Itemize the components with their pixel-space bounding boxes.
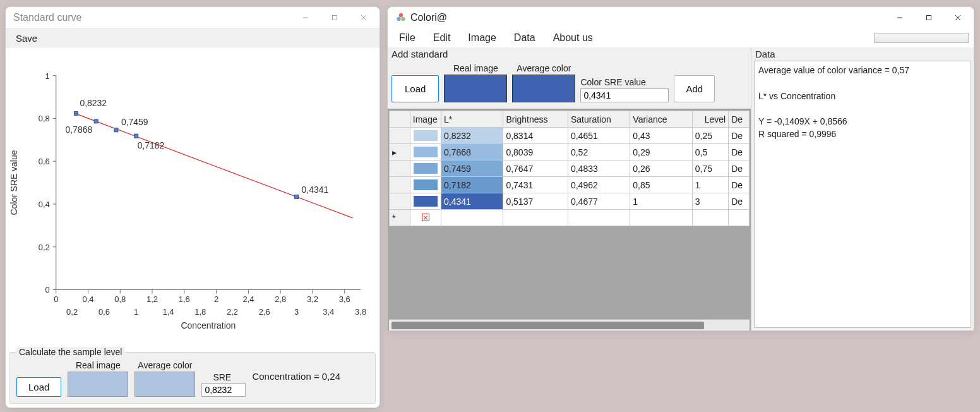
- colori-close-button[interactable]: [943, 8, 972, 27]
- cell[interactable]: 0,4651: [568, 128, 630, 144]
- svg-text:1: 1: [134, 307, 138, 317]
- cell[interactable]: 0,25: [692, 128, 728, 144]
- cell[interactable]: 1: [692, 177, 728, 193]
- minimize-button[interactable]: [291, 8, 320, 27]
- menu-aboutus[interactable]: About us: [544, 31, 602, 45]
- table-row[interactable]: 0,71820,74310,49620,851De: [390, 177, 750, 193]
- cell[interactable]: 0,4341: [441, 193, 503, 210]
- cell[interactable]: [729, 210, 750, 226]
- cell[interactable]: De: [729, 177, 750, 193]
- cell[interactable]: [692, 210, 728, 226]
- info-relation: L* vs Concentration: [758, 90, 967, 102]
- cell[interactable]: 0,5137: [503, 193, 568, 210]
- standards-grid[interactable]: Image L* Brightness Saturation Variance …: [389, 111, 750, 226]
- svg-text:3,2: 3,2: [307, 294, 318, 304]
- col-variance[interactable]: Variance: [630, 111, 692, 128]
- menu-file[interactable]: File: [390, 31, 424, 45]
- col-delete[interactable]: De: [729, 111, 750, 128]
- cell[interactable]: 0,8039: [503, 144, 568, 161]
- close-button[interactable]: [349, 8, 378, 27]
- colori-minimize-button[interactable]: [885, 8, 914, 27]
- svg-text:0,4: 0,4: [39, 200, 50, 209]
- svg-text:2,8: 2,8: [275, 294, 286, 304]
- svg-point-61: [399, 13, 403, 17]
- svg-text:0,4: 0,4: [83, 294, 94, 304]
- sample-avg-color-label: Average color: [134, 360, 195, 370]
- app-icon: [395, 12, 407, 23]
- cell[interactable]: 0,7431: [503, 177, 568, 193]
- colori-maximize-button[interactable]: [914, 8, 943, 27]
- maximize-button[interactable]: [320, 8, 349, 27]
- svg-point-63: [401, 17, 405, 21]
- standard-curve-titlebar[interactable]: Standard curve: [6, 7, 379, 28]
- table-row[interactable]: ▸0,78680,80390,520,290,5De: [390, 144, 750, 161]
- table-row[interactable]: 0,43410,51370,467713De: [390, 193, 750, 210]
- cell[interactable]: [630, 210, 692, 226]
- cell[interactable]: 0,8314: [503, 128, 568, 144]
- addstd-sre-input[interactable]: [580, 88, 669, 102]
- col-level[interactable]: Level: [692, 111, 728, 128]
- cell[interactable]: [568, 210, 630, 226]
- info-rsquared: R squared = 0,9996: [758, 128, 967, 140]
- addstd-load-button[interactable]: Load: [391, 75, 439, 102]
- menu-image[interactable]: Image: [459, 31, 505, 45]
- menu-save[interactable]: Save: [9, 30, 44, 46]
- cell[interactable]: 0,26: [630, 161, 692, 177]
- cell[interactable]: 0,7868: [441, 144, 503, 161]
- new-row[interactable]: *: [390, 210, 750, 226]
- cell[interactable]: 0,8232: [441, 128, 503, 144]
- menu-data[interactable]: Data: [505, 31, 544, 45]
- col-saturation[interactable]: Saturation: [568, 111, 630, 128]
- colori-titlebar[interactable]: Colori@: [388, 7, 974, 28]
- cell[interactable]: 0,4833: [568, 161, 630, 177]
- cell[interactable]: 3: [692, 193, 728, 210]
- cell[interactable]: 0,7459: [441, 161, 503, 177]
- cell[interactable]: [441, 210, 503, 226]
- row-header[interactable]: ▸: [390, 144, 410, 161]
- cell[interactable]: 0,85: [630, 177, 692, 193]
- menu-edit[interactable]: Edit: [424, 31, 460, 45]
- grid-horizontal-scrollbar[interactable]: [389, 319, 750, 330]
- col-lstar[interactable]: L*: [441, 111, 503, 128]
- cell[interactable]: 0,7182: [441, 177, 503, 193]
- cell[interactable]: 0,4962: [568, 177, 630, 193]
- cell-image-swatch[interactable]: [410, 161, 441, 177]
- cell[interactable]: 0,29: [630, 144, 692, 161]
- col-brightness[interactable]: Brightness: [503, 111, 568, 128]
- cell-image-swatch[interactable]: [410, 128, 441, 144]
- cell[interactable]: De: [729, 128, 750, 144]
- row-header[interactable]: [390, 128, 410, 144]
- cell[interactable]: 1: [630, 193, 692, 210]
- row-header[interactable]: [390, 161, 410, 177]
- cell[interactable]: 0,75: [692, 161, 728, 177]
- new-row-delete-icon[interactable]: [410, 210, 441, 226]
- col-image[interactable]: Image: [410, 111, 441, 128]
- cell-image-swatch[interactable]: [410, 144, 441, 161]
- row-header[interactable]: [390, 177, 410, 193]
- cell[interactable]: 0,5: [692, 144, 728, 161]
- cell[interactable]: De: [729, 161, 750, 177]
- table-row[interactable]: 0,74590,76470,48330,260,75De: [390, 161, 750, 177]
- standard-curve-menubar: Save: [6, 28, 379, 47]
- cell[interactable]: 0,52: [568, 144, 630, 161]
- cell[interactable]: De: [729, 193, 750, 210]
- sample-load-button[interactable]: Load: [16, 377, 61, 397]
- cell-image-swatch[interactable]: [410, 193, 441, 210]
- svg-text:0,7182: 0,7182: [138, 140, 165, 150]
- cell[interactable]: De: [729, 144, 750, 161]
- table-row[interactable]: 0,82320,83140,46510,430,25De: [390, 128, 750, 144]
- cell[interactable]: 0,7647: [503, 161, 568, 177]
- standard-curve-title: Standard curve: [13, 12, 291, 23]
- data-info-box: Average value of color variance = 0,57 L…: [754, 61, 971, 328]
- cell[interactable]: [503, 210, 568, 226]
- chart-svg: 00,20,40,60,8100,40,81,21,622,42,83,23,6…: [6, 47, 379, 349]
- addstd-add-button[interactable]: Add: [674, 75, 715, 102]
- row-header[interactable]: [390, 193, 410, 210]
- cell-image-swatch[interactable]: [410, 177, 441, 193]
- sample-sre-input[interactable]: [201, 383, 246, 397]
- colori-menubar: File Edit Image Data About us: [388, 28, 974, 47]
- cell[interactable]: 0,4677: [568, 193, 630, 210]
- svg-rect-1: [333, 16, 337, 20]
- cell[interactable]: 0,43: [630, 128, 692, 144]
- svg-text:2,2: 2,2: [227, 307, 238, 317]
